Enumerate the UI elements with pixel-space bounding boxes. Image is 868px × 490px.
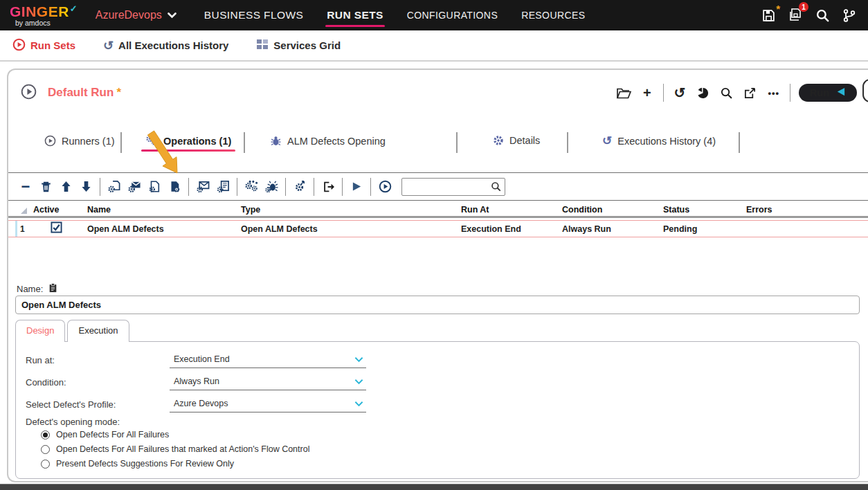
folder-open-icon [616, 87, 631, 100]
condition-label: Condition: [26, 377, 170, 388]
bug-gear-icon [264, 180, 278, 193]
radio-selected-icon [41, 430, 50, 439]
run-set-tabs: Runners (1) Operations (1) ALM Defects O… [8, 129, 868, 158]
secondary-navigation: Run Sets ↺ All Executions History Servic… [0, 30, 868, 62]
gear-envelope-icon [127, 180, 141, 193]
script-operation-button[interactable] [292, 179, 307, 195]
unsaved-asterisk: * [116, 86, 121, 99]
active-checkbox[interactable] [51, 221, 62, 236]
more-options-button[interactable]: ••• [766, 84, 781, 102]
run-at-dropdown[interactable]: Execution End [170, 352, 366, 368]
copy-operation-button[interactable] [167, 179, 182, 195]
condition-dropdown[interactable]: Always Run [170, 374, 366, 390]
find-button[interactable] [719, 84, 734, 102]
source-control-button[interactable] [840, 6, 858, 24]
duplicate-operation-button[interactable] [147, 179, 162, 195]
defect-profile-dropdown[interactable]: Azure Devops [170, 396, 366, 412]
tab-executions-history[interactable]: ↺ Executions History (4) [602, 135, 716, 147]
add-operation-button[interactable] [107, 179, 122, 195]
remove-operation-button[interactable]: − [18, 179, 33, 195]
analyzer-button[interactable] [696, 84, 711, 102]
open-run-set-button[interactable] [616, 84, 631, 102]
cell-name: Open ALM Defects [83, 224, 237, 234]
subnav-services-grid[interactable]: Services Grid [256, 39, 341, 52]
nav-resources[interactable]: RESOURCES [521, 6, 585, 25]
corner-triangle-icon [21, 208, 27, 214]
chevron-down-icon [354, 397, 363, 410]
tab-runners[interactable]: Runners (1) [44, 135, 115, 147]
toolbar-divider [370, 178, 371, 196]
operation-detail-tabs: Design Execution [15, 319, 129, 341]
select-all-corner[interactable] [15, 203, 29, 216]
top-navigation-bar: GINGER ✓ by amdocs AzureDevops BUSINESS … [0, 0, 868, 30]
nav-run-sets[interactable]: RUN SETS [327, 5, 383, 26]
radio-present-suggestions[interactable]: Present Defects Suggestions For Review O… [41, 459, 234, 469]
tab-design[interactable]: Design [15, 320, 65, 342]
play-icon [352, 181, 362, 192]
pie-chart-icon [696, 87, 709, 100]
nav-configurations[interactable]: CONFIGURATIONS [407, 6, 498, 25]
operations-toolbar: − [8, 172, 868, 201]
run-button[interactable]: Run [799, 84, 857, 102]
move-down-button[interactable] [78, 179, 93, 195]
radio-open-all-failures[interactable]: Open Defects For All Failures [41, 430, 169, 439]
reset-button[interactable]: ↺ [672, 84, 687, 102]
global-search-button[interactable] [813, 6, 831, 24]
overflow-button[interactable] [862, 79, 868, 102]
tab-divider [244, 132, 245, 153]
column-header-errors[interactable]: Errors [742, 205, 868, 215]
operation-name-input[interactable] [15, 296, 860, 314]
alm-test-set-operation-button[interactable] [244, 179, 259, 195]
tab-alm-defects-opening[interactable]: ALM Defects Opening [270, 135, 386, 147]
operation-row[interactable]: 1 Open ALM Defects Open ALM Defects Exec… [8, 220, 868, 237]
toolbar-divider [314, 178, 314, 196]
column-header-name[interactable]: Name [83, 205, 237, 215]
tab-execution[interactable]: Execution [67, 320, 129, 342]
solution-selector[interactable]: AzureDevops [96, 9, 177, 21]
email-report-operation-button[interactable] [195, 179, 210, 195]
tab-operations[interactable]: Operations (1) [145, 135, 231, 147]
main-menu: BUSINESS FLOWS RUN SETS CONFIGURATIONS R… [204, 5, 586, 26]
gears-link-icon [244, 180, 258, 193]
column-header-status[interactable]: Status [659, 205, 742, 215]
tab-details[interactable]: Details [493, 135, 540, 146]
row-number: 1 [15, 221, 29, 237]
add-run-set-button[interactable]: + [640, 84, 655, 102]
html-report-operation-button[interactable] [215, 179, 230, 195]
opening-mode-label: Defect's opening mode: [26, 417, 120, 427]
history-icon: ↺ [103, 39, 114, 52]
operations-search-input[interactable] [401, 178, 505, 196]
radio-icon [41, 445, 50, 454]
column-header-run-at[interactable]: Run At [457, 205, 558, 215]
column-header-type[interactable]: Type [237, 205, 457, 215]
arrow-down-icon [81, 181, 91, 192]
move-up-button[interactable] [58, 179, 73, 195]
open-alm-defects-operation-button[interactable] [264, 179, 279, 195]
column-header-active[interactable]: Active [29, 205, 83, 215]
export-button[interactable] [743, 84, 758, 102]
nav-business-flows[interactable]: BUSINESS FLOWS [204, 5, 303, 26]
logo-check-icon: ✓ [70, 4, 78, 13]
run-set-play-icon [21, 84, 37, 102]
radio-open-flow-control-failures[interactable]: Open Defects For All Failures that marke… [41, 444, 309, 454]
logo-text: GINGER [10, 4, 69, 19]
app-window: GINGER ✓ by amdocs AzureDevops BUSINESS … [0, 0, 868, 490]
run-set-title: Default Run* [48, 86, 121, 100]
subnav-run-sets[interactable]: Run Sets [12, 38, 75, 53]
run-set-actions: + ↺ ••• Run [616, 84, 857, 102]
column-header-condition[interactable]: Condition [558, 205, 659, 215]
save-all-button[interactable]: 1 [786, 6, 804, 24]
save-button[interactable]: * [759, 6, 777, 24]
trash-icon [40, 181, 52, 193]
run-selected-button[interactable] [349, 179, 364, 195]
run-operation-button[interactable] [320, 179, 336, 195]
operations-table-header: Active Name Type Run At Condition Status… [8, 203, 868, 218]
play-circle-icon [379, 180, 392, 193]
delete-operations-button[interactable] [38, 179, 53, 195]
subnav-all-executions-history[interactable]: ↺ All Executions History [103, 39, 228, 52]
run-all-button[interactable] [377, 179, 392, 195]
chevron-down-icon [354, 353, 363, 365]
run-set-panel: Default Run* + ↺ ••• [7, 69, 868, 482]
cell-status: Pending [659, 224, 742, 234]
remove-selected-operations-button[interactable] [127, 179, 142, 195]
